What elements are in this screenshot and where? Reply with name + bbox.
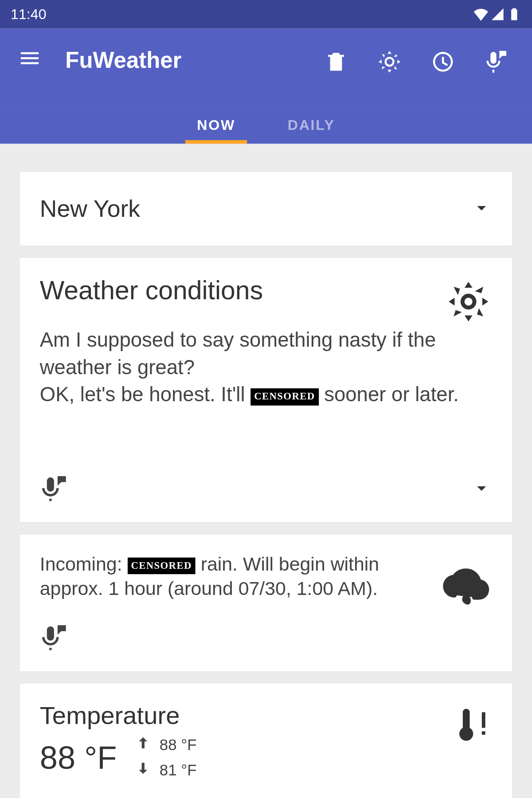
wifi-icon [474, 7, 488, 21]
speak-conditions-button[interactable] [40, 473, 68, 505]
conditions-title: Weather conditions [40, 275, 493, 305]
censored-label: CENSORED [250, 388, 318, 406]
temperature-high: 88 °F [160, 735, 197, 754]
mic-speech-icon [40, 473, 68, 502]
brightness-icon [378, 50, 402, 74]
mic-speech-icon [485, 50, 509, 74]
status-time: 11:40 [11, 6, 46, 23]
app-title: FuWeather [47, 46, 324, 73]
rain-cloud-icon [439, 562, 493, 618]
temperature-current: 88 °F [40, 739, 117, 776]
conditions-card: Weather conditions Am I supposed to say … [19, 257, 513, 523]
rain-prefix: Incoming: [40, 553, 128, 575]
app-actions [324, 46, 520, 76]
voice-button[interactable] [485, 50, 509, 76]
location-card[interactable]: New York [19, 171, 513, 246]
arrow-down-icon [135, 760, 152, 781]
conditions-line2b: sooner or later. [319, 383, 459, 406]
rain-text: Incoming: CENSORED rain. Will begin with… [40, 552, 493, 601]
tab-now[interactable]: NOW [185, 107, 247, 144]
temperature-low: 81 °F [160, 761, 197, 780]
clock-icon [431, 50, 455, 74]
sunny-icon [445, 278, 492, 328]
chevron-down-icon [471, 197, 492, 221]
status-bar: 11:40 [0, 0, 532, 28]
signal-icon [490, 7, 505, 21]
temperature-range: 88 °F 81 °F [135, 735, 197, 781]
arrow-up-icon [135, 735, 152, 755]
status-icons [474, 7, 521, 21]
menu-button[interactable] [12, 46, 47, 72]
trash-icon [324, 50, 348, 74]
brightness-toggle-button[interactable] [378, 50, 402, 76]
conditions-text: Am I supposed to say something nasty if … [40, 327, 493, 408]
speak-rain-button[interactable] [40, 623, 68, 654]
tabs: NOW DAILY [0, 107, 532, 144]
hamburger-icon [18, 46, 42, 72]
history-button[interactable] [431, 50, 455, 76]
rain-card: Incoming: CENSORED rain. Will begin with… [19, 534, 513, 672]
mic-speech-icon [40, 623, 68, 651]
temperature-card: Temperature 88 °F 88 °F 81 °F Hot like i… [19, 683, 513, 798]
expand-conditions-button[interactable] [471, 477, 492, 501]
location-name: New York [40, 196, 140, 222]
conditions-line1: Am I supposed to say something nasty if … [40, 329, 436, 378]
censored-label: CENSORED [127, 557, 195, 574]
thermometer-alert-icon [451, 704, 493, 747]
chevron-down-icon [471, 477, 492, 498]
battery-icon [507, 7, 521, 21]
tab-daily[interactable]: DAILY [276, 107, 347, 144]
conditions-line2a: OK, let's be honest. It'll [40, 383, 251, 406]
temperature-title: Temperature [40, 701, 493, 730]
content: New York Weather conditions Am I suppose… [0, 144, 532, 798]
app-bar: FuWeather [0, 28, 532, 107]
delete-button[interactable] [324, 50, 348, 76]
